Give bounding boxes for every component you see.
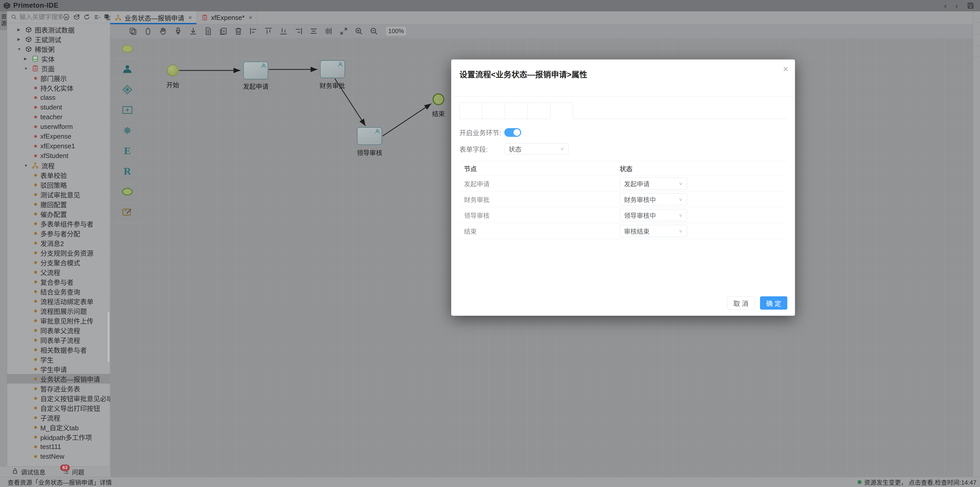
- zoom-in-icon[interactable]: [355, 27, 363, 35]
- tree-item[interactable]: 业务状态—报销申请: [7, 374, 110, 384]
- enable-business-stage-toggle[interactable]: [504, 128, 521, 137]
- debug-info-button[interactable]: 调试信息: [12, 467, 45, 476]
- tree-item[interactable]: 测试审批意见: [7, 189, 110, 199]
- align-top-icon[interactable]: [264, 27, 273, 35]
- status-select[interactable]: 发起申请 ∨: [620, 177, 687, 189]
- tree-item[interactable]: 相关数据参与者: [7, 345, 110, 355]
- save-icon[interactable]: [967, 2, 974, 10]
- tree-item[interactable]: teacher: [7, 112, 110, 122]
- subtab[interactable]: [505, 103, 528, 119]
- caret-icon[interactable]: ▼: [24, 163, 32, 168]
- start-event-node[interactable]: [167, 65, 179, 76]
- status-select[interactable]: 领导审核中 ∨: [620, 209, 687, 221]
- tree-item[interactable]: 部门展示: [7, 73, 110, 83]
- caret-icon[interactable]: ▼: [18, 47, 25, 51]
- tree-item[interactable]: 多表单组件参与者: [7, 219, 110, 228]
- tree-item[interactable]: 发消息2: [7, 238, 110, 248]
- palette-annotation[interactable]: [116, 202, 138, 222]
- tree-item[interactable]: 流程活动绑定表单: [7, 296, 110, 306]
- tree-item[interactable]: 自定义按钮审批意见必填未校验: [7, 393, 110, 403]
- align-bottom-icon[interactable]: [279, 27, 288, 35]
- rail-tab-resources[interactable]: 资源: [0, 11, 7, 30]
- tree-item[interactable]: ▼ 流程: [7, 161, 110, 170]
- status-select[interactable]: 审核结束 ∨: [620, 225, 687, 237]
- tree-item[interactable]: 多参与者分配: [7, 228, 110, 238]
- tree-item[interactable]: 同表单父流程: [7, 325, 110, 335]
- marquee-icon[interactable]: [144, 27, 152, 35]
- tree-item[interactable]: 学生申请: [7, 364, 110, 374]
- tree-item[interactable]: testNew: [7, 452, 110, 461]
- tree-item[interactable]: 驳回策略: [7, 180, 110, 189]
- tree-item[interactable]: xfStudent: [7, 151, 110, 161]
- tree-item[interactable]: 催办配置: [7, 209, 110, 219]
- tree-item[interactable]: class: [7, 93, 110, 102]
- task-node-finance[interactable]: [320, 60, 345, 78]
- align-right-icon[interactable]: [294, 27, 303, 35]
- right-rail-tab[interactable]: [973, 11, 980, 23]
- nav-forward-icon[interactable]: ›: [955, 0, 958, 11]
- editor-tab[interactable]: 业务状态—报销申请 ×: [110, 11, 197, 24]
- caret-icon[interactable]: ▶: [24, 56, 32, 61]
- task-node-apply[interactable]: [243, 62, 268, 80]
- form-field-select[interactable]: 状态 ∨: [504, 143, 569, 154]
- collapse-icon[interactable]: [94, 14, 100, 21]
- translate-icon[interactable]: En文: [103, 14, 110, 21]
- copy-doc-icon[interactable]: [219, 27, 228, 35]
- tree-item[interactable]: 流程图展示问题: [7, 306, 110, 316]
- hand-icon[interactable]: [159, 27, 167, 35]
- right-rail-tab[interactable]: [973, 34, 980, 46]
- tree-item[interactable]: pkidpath多工作项: [7, 432, 110, 442]
- caret-icon[interactable]: ▶: [18, 37, 25, 41]
- tree-item[interactable]: M_自定义tab: [7, 422, 110, 432]
- tree-item[interactable]: student: [7, 102, 110, 112]
- tree-item[interactable]: xfExpense1: [7, 141, 110, 151]
- tree-item[interactable]: ▼ 页面: [7, 64, 110, 73]
- end-event-node[interactable]: [433, 94, 444, 105]
- status-select[interactable]: 财务审核中 ∨: [620, 193, 687, 205]
- tree-item[interactable]: 学生: [7, 355, 110, 364]
- tree-item[interactable]: 审批意见附件上传: [7, 316, 110, 325]
- align-center-icon[interactable]: [309, 27, 318, 35]
- doc-icon[interactable]: [204, 27, 213, 35]
- ai-icon[interactable]: AI: [63, 14, 70, 21]
- ok-button[interactable]: 确 定: [760, 296, 788, 310]
- editor-tab[interactable]: xfExpense* ×: [197, 11, 257, 24]
- tree-scrollbar[interactable]: [107, 312, 110, 362]
- brush-icon[interactable]: [174, 27, 183, 35]
- subtab[interactable]: [528, 103, 550, 119]
- right-rail-tab[interactable]: [973, 46, 980, 57]
- align-left-icon[interactable]: [249, 27, 258, 35]
- tree-item[interactable]: userwlform: [7, 122, 110, 131]
- tree-item[interactable]: 撤回配置: [7, 199, 110, 209]
- cancel-button[interactable]: 取 消: [727, 296, 755, 310]
- subtab[interactable]: [550, 103, 573, 119]
- tree-item[interactable]: 结合业务查询: [7, 286, 110, 296]
- dialog-close-icon[interactable]: ×: [783, 65, 788, 74]
- tree-item[interactable]: 持久化实体: [7, 83, 110, 93]
- tree-item[interactable]: 复合参与者: [7, 277, 110, 286]
- tree-item[interactable]: ▶ 图表测试数据: [7, 25, 110, 35]
- zoom-level[interactable]: 100%: [386, 26, 407, 36]
- zoom-out-icon[interactable]: [369, 27, 378, 35]
- import-icon[interactable]: [189, 27, 197, 35]
- task-node-leader[interactable]: [357, 127, 382, 145]
- fit-screen-icon[interactable]: [339, 27, 348, 35]
- search-input[interactable]: [19, 13, 63, 21]
- tree-item[interactable]: 分支规则业务资源: [7, 248, 110, 258]
- caret-icon[interactable]: ▶: [18, 27, 25, 32]
- distribute-icon[interactable]: [325, 27, 333, 35]
- tree-item[interactable]: 暂存进业务表: [7, 384, 110, 393]
- right-rail-tab[interactable]: [973, 23, 980, 34]
- close-icon[interactable]: ×: [249, 14, 252, 21]
- tree-item[interactable]: 分支聚合模式: [7, 258, 110, 267]
- tree-item[interactable]: 同表单子流程: [7, 335, 110, 345]
- tree-item[interactable]: xfExpense: [7, 131, 110, 141]
- add-resource-icon[interactable]: [73, 14, 80, 21]
- status-right[interactable]: 资源发生变更， 点击查看,检查时间:14:47: [858, 477, 977, 487]
- tree-item[interactable]: 自定义导出打印按钮: [7, 403, 110, 413]
- delete-icon[interactable]: [234, 27, 243, 35]
- tree-item[interactable]: ▶ 王斌测试: [7, 35, 110, 44]
- tree-item[interactable]: 子流程: [7, 413, 110, 422]
- tree-item[interactable]: ▼ 稀饭粥: [7, 44, 110, 54]
- refresh-icon[interactable]: [83, 14, 90, 21]
